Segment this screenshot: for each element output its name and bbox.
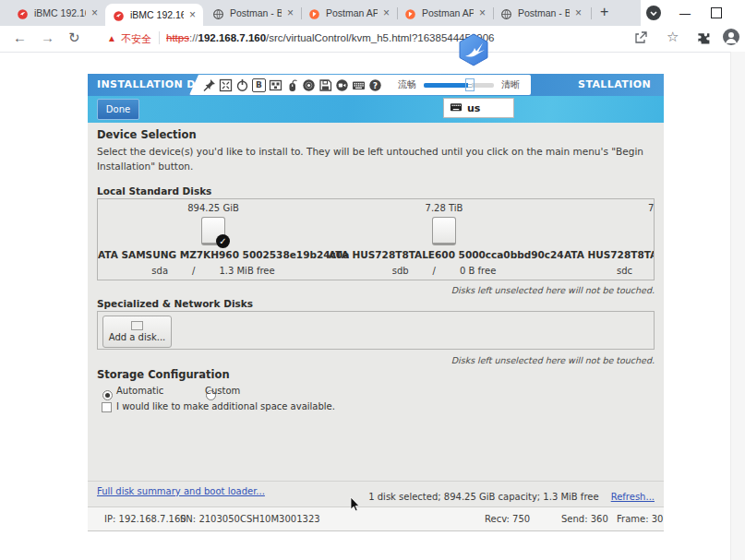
disk-name: ATA HUS728T8TAL: [564, 249, 655, 260]
quality-slider[interactable]: [424, 83, 494, 88]
tab-close-icon[interactable]: ×: [575, 6, 582, 19]
disk-capacity: 7.28 TiB: [329, 203, 559, 213]
storage-config-title: Storage Configuration: [97, 368, 230, 381]
radio-automatic[interactable]: [102, 390, 113, 400]
window-maximize-button[interactable]: [711, 7, 722, 18]
help-icon[interactable]: ?: [368, 78, 382, 92]
footer-divider: [88, 481, 664, 482]
disk-device: sdc: [617, 266, 632, 276]
specialized-disks-panel: Add a disk...: [97, 311, 655, 350]
refresh-link[interactable]: Refresh...: [611, 492, 655, 502]
share-icon[interactable]: [633, 30, 648, 49]
kvm-console: INSTALLATION DEST STALLATION B ? 流畅: [88, 74, 664, 532]
add-disk-icon: [131, 321, 143, 330]
warning-triangle-icon: ▲: [107, 33, 116, 43]
keyboard-layout-value: us: [467, 102, 480, 114]
new-tab-button[interactable]: +: [600, 4, 608, 20]
full-disk-summary-link[interactable]: Full disk summary and boot loader...: [97, 486, 265, 496]
tab-separator: [397, 7, 398, 19]
tab-postman-api-2[interactable]: Postman API Platfo ×: [397, 0, 493, 26]
globe-favicon: [500, 7, 512, 19]
cd-icon[interactable]: [302, 78, 316, 92]
back-icon[interactable]: ←: [13, 30, 27, 45]
tab-close-icon[interactable]: ×: [479, 6, 486, 19]
tab-postman-browse-2[interactable]: Postman - Browse ×: [493, 0, 589, 26]
additional-space-label[interactable]: I would like to make additional space av…: [116, 401, 335, 411]
disk-mount: /: [192, 266, 195, 276]
keyboard-layout-indicator[interactable]: us: [443, 98, 514, 118]
mouse-icon[interactable]: [285, 78, 299, 92]
disk-sda[interactable]: 894.25 GiB ATA SAMSUNG MZ7KH960 5002538e…: [98, 199, 329, 280]
tab-title: Postman API Platfo: [422, 7, 474, 18]
forward-icon[interactable]: →: [41, 30, 54, 45]
quality-slider-handle[interactable]: [465, 78, 475, 91]
chip-divider: [159, 31, 160, 44]
status-sn: SN: 2103050CSH10M3001323: [180, 514, 320, 524]
pin-icon[interactable]: [202, 78, 216, 92]
add-disk-label: Add a disk...: [109, 332, 166, 342]
url-text[interactable]: https://192.168.7.160/src/virtualControl…: [166, 32, 494, 43]
page-scrollbar[interactable]: [730, 52, 745, 560]
installer-body: Device Selection Select the device(s) yo…: [88, 123, 664, 506]
tab-ibmc-2-active[interactable]: iBMC 192.168.7.16 ×: [105, 4, 203, 26]
status-ip: IP: 192.168.7.160: [104, 514, 186, 524]
radio-custom-label[interactable]: Custom: [205, 386, 240, 396]
security-warning-label[interactable]: 不安全: [121, 32, 151, 46]
tab-close-icon[interactable]: ×: [383, 6, 390, 19]
local-disks-panel: 894.25 GiB ATA SAMSUNG MZ7KH960 5002538e…: [97, 198, 655, 280]
slider-left-label: 流畅: [398, 78, 416, 91]
disk-sdb[interactable]: 7.28 TiB ATA HUS728T8TALE600 5000cca0bbd…: [329, 199, 559, 280]
disk-capacity: 894.25 GiB: [98, 203, 329, 213]
tab-separator: [493, 7, 494, 19]
url-domain: 192.168.7.160: [198, 32, 267, 43]
disk-details: sda / 1.3 MiB free: [98, 266, 329, 276]
selection-summary: 1 disk selected; 894.25 GiB capacity; 1.…: [368, 492, 598, 502]
disk-capacity: 7: [648, 203, 654, 213]
tab-postman-browse-1[interactable]: Postman - Browse ×: [205, 0, 301, 26]
bookmark-star-icon[interactable]: ☆: [667, 29, 679, 45]
tab-close-icon[interactable]: ×: [287, 6, 294, 19]
ctrl-alt-del-icon[interactable]: [269, 78, 282, 92]
status-frame: Frame: 30: [617, 514, 663, 524]
browser-update-icon[interactable]: [646, 6, 661, 20]
record-icon[interactable]: [335, 78, 349, 92]
disk-device: sda: [151, 266, 168, 276]
tab-close-icon[interactable]: ×: [189, 8, 196, 21]
profile-avatar[interactable]: [723, 29, 739, 45]
tab-title: Postman - Browse: [518, 7, 570, 18]
kvm-status-bar: IP: 192.168.7.160 SN: 2103050CSH10M30013…: [88, 506, 664, 531]
status-recv: Recv: 750: [485, 514, 530, 524]
fullscreen-icon[interactable]: [219, 78, 233, 92]
add-disk-button[interactable]: Add a disk...: [102, 316, 172, 348]
power-icon[interactable]: [235, 78, 249, 92]
tab-ibmc-1[interactable]: iBMC 192.168.7.16 ×: [9, 0, 105, 26]
url-separator: ://: [189, 32, 198, 43]
mouse-cursor: [350, 496, 361, 517]
reload-icon[interactable]: ↻: [68, 30, 80, 46]
local-disks-title: Local Standard Disks: [97, 185, 211, 197]
window-minimize-button[interactable]: —: [679, 7, 691, 20]
b-key-icon[interactable]: B: [252, 78, 266, 92]
kvm-plugin-logo[interactable]: [458, 33, 489, 70]
disk-name: ATA HUS728T8TALE600 5000cca0bbd90c24: [329, 249, 559, 260]
installer-nav-band: Done us: [88, 96, 664, 123]
done-button[interactable]: Done: [97, 99, 139, 120]
tab-title: iBMC 192.168.7.16: [130, 9, 184, 20]
tab-postman-api-1[interactable]: Postman API Platfo ×: [301, 0, 397, 26]
disk-drive-icon: [432, 217, 456, 245]
installer-title-right-fragment: STALLATION: [578, 78, 651, 90]
keyboard-icon[interactable]: [352, 78, 366, 92]
disk-device: sdb: [392, 266, 409, 276]
disk-name: ATA SAMSUNG MZ7KH960 5002538e19b24c0a: [98, 249, 329, 260]
keyboard-layout-icon: [450, 101, 463, 116]
tab-separator: [301, 7, 302, 19]
radio-automatic-label[interactable]: Automatic: [116, 386, 163, 396]
screen: iBMC 192.168.7.16 × iBMC 192.168.7.16 × …: [0, 0, 745, 560]
extensions-puzzle-icon[interactable]: [696, 30, 711, 49]
disk-free: 1.3 MiB free: [219, 266, 274, 276]
status-send: Send: 360: [561, 514, 608, 524]
tab-close-icon[interactable]: ×: [91, 6, 98, 19]
unselected-disks-note: Disks left unselected here will not be t…: [97, 285, 655, 295]
floppy-icon[interactable]: [318, 78, 332, 92]
additional-space-checkbox[interactable]: [102, 402, 112, 412]
